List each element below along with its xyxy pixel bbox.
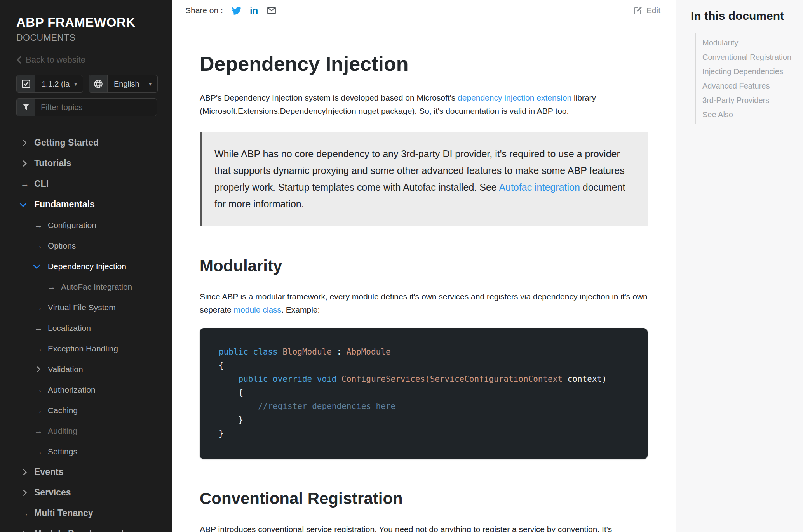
code-token: AbpModule bbox=[347, 347, 391, 356]
sidebar-item-label: Auditing bbox=[48, 426, 77, 436]
version-select-value: 1.1.2 (la bbox=[35, 80, 73, 89]
sidebar-item-label: Dependency Injection bbox=[48, 262, 126, 271]
intro-paragraph: ABP's Dependency Injection system is dev… bbox=[200, 91, 648, 118]
sidebar-item-exception-handling[interactable]: →Exception Handling bbox=[16, 338, 165, 359]
sidebar-item-cli[interactable]: →CLI bbox=[16, 174, 165, 194]
arrow-right-icon: → bbox=[34, 344, 44, 353]
arrow-right-icon: → bbox=[34, 303, 44, 312]
checkbox-icon bbox=[17, 75, 35, 92]
caret-down-icon: ▼ bbox=[148, 81, 157, 87]
doc-link[interactable]: module class bbox=[234, 305, 282, 314]
sidebar-item-label: Exception Handling bbox=[48, 344, 118, 353]
code-token: { bbox=[219, 361, 224, 370]
linkedin-share-icon[interactable]: in bbox=[250, 6, 258, 15]
toc-item-3rd-party-providers[interactable]: 3rd-Party Providers bbox=[702, 93, 795, 108]
sidebar-item-module-development[interactable]: Module Development bbox=[16, 523, 165, 532]
sidebar-item-label: Caching bbox=[48, 406, 78, 415]
sidebar-item-services[interactable]: Services bbox=[16, 482, 165, 503]
sidebar-item-events[interactable]: Events bbox=[16, 462, 165, 482]
arrow-right-icon: → bbox=[34, 386, 44, 394]
toc-item-conventional-registration[interactable]: Conventional Registration bbox=[702, 50, 795, 64]
arrow-right-icon: → bbox=[21, 509, 31, 518]
sidebar-item-validation[interactable]: Validation bbox=[16, 359, 165, 379]
chevron-right-icon bbox=[21, 161, 31, 166]
chevron-down-icon bbox=[34, 265, 44, 268]
sidebar-item-label: Module Development bbox=[34, 529, 124, 532]
sidebar-item-label: Configuration bbox=[48, 221, 96, 230]
code-token: public class bbox=[219, 347, 282, 356]
sidebar-item-authorization[interactable]: →Authorization bbox=[16, 379, 165, 400]
sidebar-item-label: Getting Started bbox=[34, 137, 99, 148]
section-heading-conventional-registration: Conventional Registration bbox=[200, 489, 648, 508]
sidebar-item-label: AutoFac Integration bbox=[61, 282, 132, 292]
sidebar-item-label: CLI bbox=[34, 179, 49, 189]
toc-list: ModularityConventional RegistrationInjec… bbox=[695, 33, 795, 124]
sidebar-item-options[interactable]: →Options bbox=[16, 235, 165, 256]
sidebar-item-localization[interactable]: →Localization bbox=[16, 318, 165, 338]
twitter-share-icon[interactable] bbox=[232, 6, 241, 16]
sidebar-item-dependency-injection[interactable]: Dependency Injection bbox=[16, 256, 165, 276]
brand-subtitle: DOCUMENTS bbox=[16, 33, 165, 43]
edit-link[interactable]: Edit bbox=[633, 6, 660, 15]
code-token: : bbox=[332, 347, 347, 356]
sidebar-item-label: Authorization bbox=[48, 385, 96, 395]
toc-item-modularity[interactable]: Modularity bbox=[702, 36, 795, 50]
code-token: BlogModule bbox=[282, 347, 331, 356]
sidebar-item-label: Services bbox=[34, 487, 71, 498]
code-block: public class BlogModule : AbpModule { pu… bbox=[200, 328, 648, 459]
version-select[interactable]: 1.1.2 (la ▼ bbox=[16, 75, 83, 93]
code-token: } bbox=[219, 429, 224, 438]
code-token: public override void bbox=[239, 374, 342, 384]
modularity-paragraph: Since ABP is a modular framework, every … bbox=[200, 290, 648, 316]
sidebar-item-autofac-integration[interactable]: →AutoFac Integration bbox=[16, 276, 165, 297]
arrow-right-icon: → bbox=[34, 427, 44, 435]
doc-link[interactable]: dependency injection extension bbox=[458, 93, 571, 102]
sidebar-item-virtual-file-system[interactable]: →Virtual File System bbox=[16, 297, 165, 318]
code-block-content: public class BlogModule : AbpModule { pu… bbox=[219, 345, 636, 440]
sidebar-item-label: Localization bbox=[48, 323, 91, 333]
sidebar-item-settings[interactable]: →Settings bbox=[16, 441, 165, 462]
sidebar-item-tutorials[interactable]: Tutorials bbox=[16, 153, 165, 174]
chevron-down-icon bbox=[21, 203, 31, 206]
sidebar-item-label: Settings bbox=[48, 447, 77, 456]
page-title: Dependency Injection bbox=[200, 52, 648, 76]
arrow-right-icon: → bbox=[47, 283, 57, 291]
code-token: //register dependencies here bbox=[219, 402, 395, 411]
arrow-right-icon: → bbox=[34, 447, 44, 456]
toc-item-see-also[interactable]: See Also bbox=[702, 108, 795, 122]
back-to-website-link[interactable]: Back to website bbox=[16, 55, 165, 65]
sidebar-item-label: Virtual File System bbox=[48, 303, 116, 312]
funnel-icon bbox=[17, 99, 35, 116]
brand-title: ABP FRAMEWORK bbox=[16, 16, 165, 30]
sidebar-item-getting-started[interactable]: Getting Started bbox=[16, 132, 165, 153]
conventional-paragraph: ABP introduces conventional service regi… bbox=[200, 523, 648, 532]
document-article: Dependency Injection ABP's Dependency In… bbox=[172, 21, 676, 532]
sidebar: ABP FRAMEWORK DOCUMENTS Back to website … bbox=[0, 0, 172, 532]
toc-item-advanced-features[interactable]: Advanced Features bbox=[702, 79, 795, 93]
arrow-right-icon: → bbox=[34, 406, 44, 415]
email-share-icon[interactable] bbox=[267, 5, 277, 16]
in-this-document-panel: In this document ModularityConventional … bbox=[676, 0, 803, 532]
chevron-right-icon bbox=[21, 470, 31, 475]
doc-link[interactable]: Autofac integration bbox=[499, 182, 580, 193]
sidebar-item-fundamentals[interactable]: Fundamentals bbox=[16, 194, 165, 215]
edit-link-label: Edit bbox=[646, 6, 660, 15]
toc-title: In this document bbox=[691, 9, 795, 23]
language-select[interactable]: English ▼ bbox=[89, 75, 158, 93]
code-token: } bbox=[219, 415, 243, 424]
text-run: . Example: bbox=[281, 305, 320, 314]
sidebar-item-caching[interactable]: →Caching bbox=[16, 400, 165, 421]
sidebar-item-label: Options bbox=[48, 241, 76, 250]
text-run: ABP's Dependency Injection system is dev… bbox=[200, 93, 458, 102]
sidebar-nav: Getting StartedTutorials→CLIFundamentals… bbox=[16, 132, 165, 532]
note-blockquote: While ABP has no core dependency to any … bbox=[200, 132, 648, 226]
sidebar-item-label: Events bbox=[34, 467, 63, 477]
sidebar-item-multi-tenancy[interactable]: →Multi Tenancy bbox=[16, 503, 165, 523]
sidebar-item-label: Tutorials bbox=[34, 158, 71, 169]
sidebar-item-configuration[interactable]: →Configuration bbox=[16, 215, 165, 235]
sidebar-item-auditing[interactable]: →Auditing bbox=[16, 421, 165, 441]
section-heading-modularity: Modularity bbox=[200, 257, 648, 275]
filter-topics-input[interactable] bbox=[35, 103, 157, 112]
arrow-right-icon: → bbox=[21, 180, 31, 188]
toc-item-injecting-dependencies[interactable]: Injecting Dependencies bbox=[702, 64, 795, 79]
